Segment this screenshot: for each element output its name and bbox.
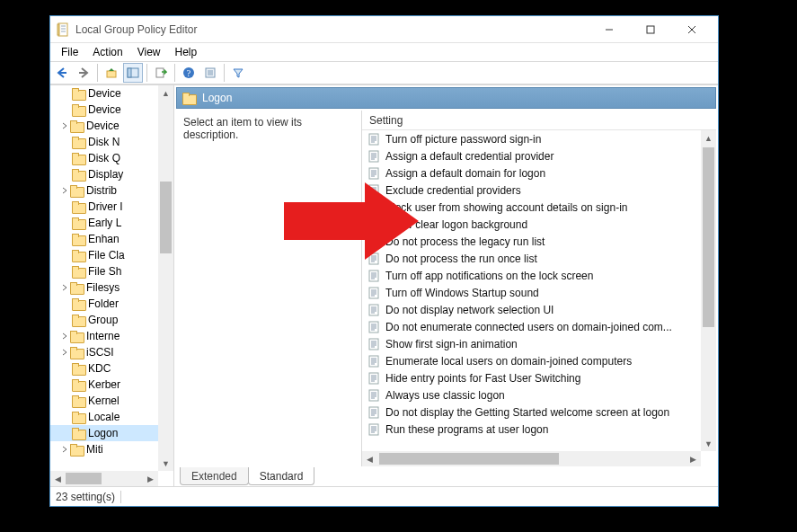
scroll-track[interactable] bbox=[701, 146, 716, 436]
tree-vertical-scrollbar[interactable]: ▲ ▼ bbox=[158, 85, 173, 471]
tree-item[interactable]: Group bbox=[50, 312, 158, 328]
show-hide-tree-button[interactable] bbox=[123, 63, 143, 83]
tree-list[interactable]: DeviceDeviceDeviceDisk NDisk QDisplayDis… bbox=[50, 85, 158, 471]
tree-item[interactable]: File Sh bbox=[50, 263, 158, 279]
properties-button[interactable] bbox=[200, 63, 220, 83]
tree-horizontal-scrollbar[interactable]: ◀ ▶ bbox=[50, 471, 158, 486]
scroll-track[interactable] bbox=[377, 451, 686, 466]
settings-list[interactable]: Turn off picture password sign-inAssign … bbox=[362, 130, 701, 451]
tree-item[interactable]: KDC bbox=[50, 360, 158, 377]
tree-item[interactable]: Early L bbox=[50, 215, 158, 231]
chevron-right-icon[interactable] bbox=[59, 332, 70, 340]
setting-item[interactable]: Turn off app notifications on the lock s… bbox=[362, 267, 701, 284]
setting-item[interactable]: Do not process the legacy run list bbox=[362, 233, 701, 250]
folder-header: Logon bbox=[176, 87, 716, 109]
scroll-track[interactable] bbox=[158, 101, 173, 456]
menu-view[interactable]: View bbox=[130, 44, 168, 60]
tree-item[interactable]: Folder bbox=[50, 296, 158, 312]
scroll-up-icon[interactable]: ▲ bbox=[701, 130, 716, 146]
tree-item-label: Logon bbox=[88, 427, 118, 439]
tab-extended[interactable]: Extended bbox=[180, 467, 249, 485]
tree-item[interactable]: Driver I bbox=[50, 199, 158, 215]
tree-item[interactable]: Kerber bbox=[50, 377, 158, 393]
tree-item[interactable]: Interne bbox=[50, 328, 158, 344]
tree-item[interactable]: Logon bbox=[50, 425, 158, 441]
scroll-down-icon[interactable]: ▼ bbox=[158, 456, 173, 471]
nav-back-button[interactable] bbox=[52, 63, 72, 83]
list-vertical-scrollbar[interactable]: ▲ ▼ bbox=[701, 130, 716, 451]
tree-item[interactable]: Distrib bbox=[50, 182, 158, 199]
tree-item[interactable]: Device bbox=[50, 118, 158, 134]
svg-rect-1 bbox=[58, 24, 59, 35]
up-one-level-button[interactable] bbox=[102, 63, 121, 83]
tree-item-label: Device bbox=[88, 87, 121, 100]
scroll-down-icon[interactable]: ▼ bbox=[701, 436, 716, 451]
scroll-track[interactable] bbox=[66, 471, 143, 486]
right-pane: Logon Select an item to view its descrip… bbox=[174, 85, 718, 486]
setting-item[interactable]: Hide entry points for Fast User Switchin… bbox=[362, 369, 701, 386]
scroll-thumb[interactable] bbox=[160, 182, 172, 253]
filter-button[interactable] bbox=[228, 63, 248, 83]
tree-item[interactable]: Kernel bbox=[50, 393, 158, 409]
tree-item[interactable]: Enhan bbox=[50, 231, 158, 247]
setting-item[interactable]: Block user from showing account details … bbox=[362, 199, 701, 216]
nav-forward-button[interactable] bbox=[74, 63, 93, 83]
setting-item[interactable]: Run these programs at user logon bbox=[362, 421, 701, 438]
chevron-right-icon[interactable] bbox=[59, 187, 70, 194]
chevron-right-icon[interactable] bbox=[59, 446, 70, 453]
setting-item[interactable]: Do not display the Getting Started welco… bbox=[362, 403, 701, 421]
scroll-left-icon[interactable]: ◀ bbox=[50, 471, 66, 486]
tree-item[interactable]: Locale bbox=[50, 409, 158, 425]
setting-item[interactable]: Exclude credential providers bbox=[362, 182, 701, 199]
tree-item[interactable]: Disk N bbox=[50, 134, 158, 150]
setting-item[interactable]: Do not display network selection UI bbox=[362, 301, 701, 318]
policy-icon bbox=[368, 338, 380, 350]
setting-item[interactable]: Do not enumerate connected users on doma… bbox=[362, 318, 701, 335]
setting-item[interactable]: Enumerate local users on domain-joined c… bbox=[362, 352, 701, 369]
setting-item[interactable]: Assign a default credential provider bbox=[362, 147, 701, 164]
setting-item[interactable]: Always use classic logon bbox=[362, 386, 701, 403]
tree-item[interactable]: Disk Q bbox=[50, 150, 158, 166]
menubar: File Action View Help bbox=[50, 43, 718, 61]
scroll-thumb[interactable] bbox=[66, 473, 102, 484]
maximize-button[interactable] bbox=[630, 16, 671, 42]
column-header-setting[interactable]: Setting bbox=[362, 111, 716, 130]
status-text: 23 setting(s) bbox=[56, 491, 115, 503]
folder-icon bbox=[72, 88, 84, 99]
setting-item[interactable]: Show first sign-in animation bbox=[362, 335, 701, 352]
tree-item[interactable]: Miti bbox=[50, 441, 158, 457]
chevron-right-icon[interactable] bbox=[59, 349, 70, 356]
tab-standard[interactable]: Standard bbox=[248, 467, 315, 485]
setting-item[interactable]: Turn off Windows Startup sound bbox=[362, 284, 701, 301]
tree-item[interactable]: File Cla bbox=[50, 247, 158, 263]
minimize-button[interactable] bbox=[589, 16, 630, 42]
menu-action[interactable]: Action bbox=[85, 44, 129, 60]
tree-item-label: Device bbox=[88, 103, 121, 116]
tree-item-label: Driver I bbox=[88, 200, 123, 213]
setting-item[interactable]: Assign a default domain for logon bbox=[362, 164, 701, 182]
chevron-right-icon[interactable] bbox=[59, 122, 70, 129]
list-horizontal-scrollbar[interactable]: ◀ ▶ bbox=[362, 451, 701, 466]
chevron-right-icon[interactable] bbox=[59, 284, 70, 291]
scroll-right-icon[interactable]: ▶ bbox=[686, 451, 701, 466]
tree-item[interactable]: Filesys bbox=[50, 279, 158, 296]
menu-help[interactable]: Help bbox=[168, 44, 205, 60]
tree-item[interactable]: Device bbox=[50, 102, 158, 118]
menu-file[interactable]: File bbox=[54, 44, 85, 60]
close-button[interactable] bbox=[671, 16, 713, 42]
scroll-thumb[interactable] bbox=[703, 147, 714, 327]
export-list-button[interactable] bbox=[151, 63, 171, 83]
tree-item[interactable]: Display bbox=[50, 166, 158, 182]
scroll-up-icon[interactable]: ▲ bbox=[158, 85, 173, 101]
tree-item[interactable]: iSCSI bbox=[50, 344, 158, 360]
scroll-right-icon[interactable]: ▶ bbox=[143, 471, 158, 486]
setting-item[interactable]: Show clear logon background bbox=[362, 216, 701, 233]
svg-rect-41 bbox=[369, 202, 378, 213]
setting-item[interactable]: Do not process the run once list bbox=[362, 250, 701, 267]
tree-item[interactable]: Device bbox=[50, 85, 158, 102]
scroll-thumb[interactable] bbox=[379, 453, 559, 465]
svg-rect-101 bbox=[369, 407, 378, 418]
help-button[interactable]: ? bbox=[179, 63, 199, 83]
scroll-left-icon[interactable]: ◀ bbox=[362, 451, 377, 466]
setting-item[interactable]: Turn off picture password sign-in bbox=[362, 130, 701, 147]
